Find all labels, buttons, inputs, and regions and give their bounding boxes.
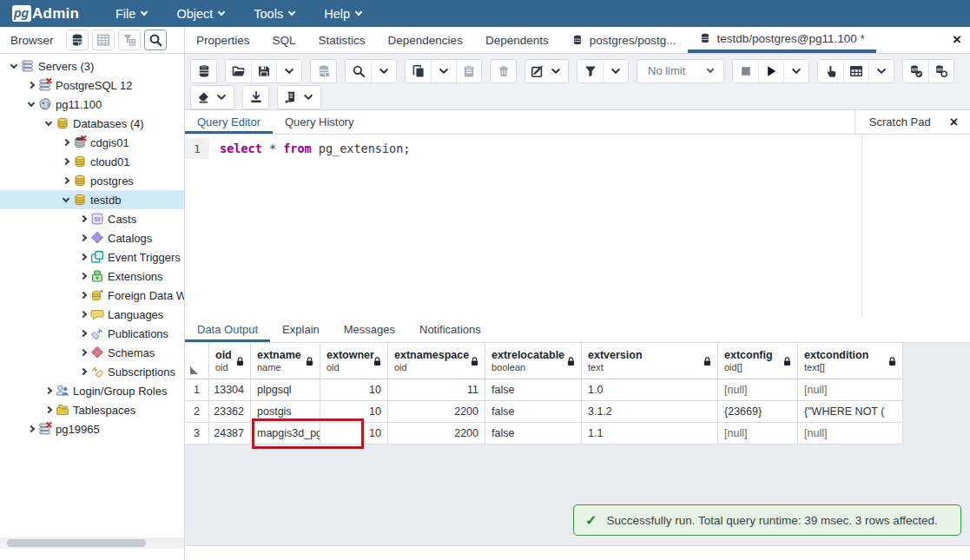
cell-extnamespace[interactable]: 2200 [388, 423, 485, 445]
column-header-oid[interactable]: oidoid [209, 343, 251, 379]
tab-dependencies[interactable]: Dependencies [377, 27, 474, 53]
tab-query-tool-2[interactable]: testdb/postgres@pg11.100 * [688, 27, 876, 53]
chevron-down-icon[interactable] [7, 64, 21, 68]
chevron-right-icon[interactable] [76, 235, 90, 240]
tree-item-languages[interactable]: Languages [0, 305, 184, 324]
chevron-right-icon[interactable] [76, 369, 90, 374]
column-header-extversion[interactable]: extversiontext [582, 343, 718, 379]
chevron-right-icon[interactable] [42, 407, 56, 412]
chevron-right-icon[interactable] [24, 82, 38, 88]
save-data-button[interactable] [311, 60, 336, 82]
sql-code-line[interactable]: select * from pg_extension; [220, 142, 410, 155]
macro-button[interactable] [278, 86, 320, 109]
tree-item-servers-3[interactable]: Servers (3) [0, 56, 184, 76]
tree-item-extensions[interactable]: Extensions [0, 267, 184, 286]
chevron-right-icon[interactable] [59, 178, 73, 183]
commit-button[interactable] [903, 60, 928, 82]
cell-extnamespace[interactable]: 2200 [388, 401, 485, 423]
chevron-right-icon[interactable] [76, 254, 90, 260]
pointer-hand-button[interactable] [818, 60, 843, 82]
chevron-right-icon[interactable] [76, 350, 90, 355]
paste-button[interactable] [456, 60, 481, 82]
column-header-extname[interactable]: extnamename [251, 343, 320, 379]
tree-item-foreign-data-wr[interactable]: Foreign Data Wr [0, 286, 184, 305]
chevron-right-icon[interactable] [76, 312, 90, 317]
tree-item-postgres[interactable]: postgres [0, 171, 184, 190]
cell-extversion[interactable]: 3.1.2 [582, 401, 718, 423]
cell-oid[interactable]: 23362 [209, 401, 251, 423]
scratch-pad-area[interactable] [861, 135, 970, 317]
cell-extrelocatable[interactable]: false [485, 423, 582, 445]
tree-item-pg11-100[interactable]: pg11.100 [0, 95, 184, 114]
cell-oid[interactable]: 24387 [209, 423, 251, 445]
chevron-down-icon[interactable] [42, 122, 56, 125]
menu-help[interactable]: Help [324, 7, 361, 21]
chevron-right-icon[interactable] [42, 388, 56, 393]
object-explorer-button[interactable] [66, 30, 89, 50]
download-button[interactable] [243, 86, 268, 109]
tree-item-postgresql-12[interactable]: PostgreSQL 12 [0, 76, 184, 95]
tabbar-close-icon[interactable]: × [953, 27, 961, 53]
tree-item-pg19965[interactable]: pg19965 [0, 419, 184, 438]
tree-item-testdb[interactable]: testdb [0, 190, 184, 209]
sidebar-hscrollbar[interactable] [0, 537, 184, 549]
chevron-down-button[interactable] [276, 60, 301, 82]
row-limit-select[interactable]: No limit [637, 59, 724, 83]
column-header-extnamespace[interactable]: extnamespaceoid [388, 343, 485, 379]
chevron-right-icon[interactable] [76, 331, 90, 336]
grid-view-button[interactable] [843, 60, 868, 82]
chevron-down-button[interactable] [868, 60, 894, 82]
chevron-down-button[interactable] [371, 60, 396, 82]
column-header-extrelocatable[interactable]: extrelocatableboolean [485, 343, 582, 379]
chevron-down-button[interactable] [431, 60, 456, 82]
cell-extname[interactable]: plpgsql [251, 379, 320, 401]
cell-extrelocatable[interactable]: false [485, 379, 582, 401]
tree-item-subscriptions[interactable]: Subscriptions [0, 362, 184, 381]
tree-item-login-group-roles[interactable]: Login/Group Roles [0, 381, 184, 400]
tab-query-history[interactable]: Query History [273, 110, 366, 134]
tab-statistics[interactable]: Statistics [307, 27, 377, 53]
sql-editor[interactable]: 1 select * from pg_extension; [185, 135, 861, 317]
cell-extowner[interactable]: 10 [320, 379, 388, 401]
column-header-extowner[interactable]: extowneroid [320, 343, 388, 379]
tree-item-catalogs[interactable]: Catalogs [0, 228, 184, 247]
stop-button[interactable] [733, 60, 758, 82]
filter-button[interactable] [118, 30, 141, 50]
cell-oid[interactable]: 13304 [209, 379, 251, 401]
save-button[interactable] [251, 60, 276, 82]
chevron-right-icon[interactable] [76, 216, 90, 221]
tab-explain[interactable]: Explain [270, 317, 332, 342]
tree-item-casts[interactable]: 69Casts [0, 209, 184, 228]
eraser-button[interactable] [191, 86, 234, 109]
tree-item-schemas[interactable]: Schemas [0, 343, 184, 362]
cell-extversion[interactable]: 1.1 [582, 423, 718, 445]
tab-data-output[interactable]: Data Output [185, 317, 270, 342]
scratch-pad-close-icon[interactable]: × [950, 115, 958, 130]
search-button[interactable] [144, 30, 167, 50]
tab-sql[interactable]: SQL [261, 27, 307, 53]
tree-item-databases-4[interactable]: Databases (4) [0, 114, 184, 133]
tab-messages[interactable]: Messages [332, 317, 407, 342]
chevron-down-icon[interactable] [59, 198, 73, 201]
cell-extconfig[interactable]: [null] [718, 423, 798, 445]
menu-file[interactable]: File [115, 7, 147, 21]
row-number-cell[interactable]: 3 [185, 423, 209, 445]
cell-extconfig[interactable]: {23669} [718, 401, 798, 423]
copy-button[interactable] [406, 60, 431, 82]
menu-object[interactable]: Object [176, 7, 224, 21]
cell-extconfig[interactable]: [null] [718, 379, 798, 401]
find-button[interactable] [346, 60, 371, 82]
tree-item-event-triggers[interactable]: Event Triggers [0, 247, 184, 267]
column-header-extcondition[interactable]: extconditiontext[] [798, 343, 903, 379]
row-number-cell[interactable]: 2 [185, 401, 209, 423]
chevron-right-icon[interactable] [76, 273, 90, 279]
cell-extcondition[interactable]: [null] [798, 423, 903, 445]
cell-extcondition[interactable]: [null] [798, 379, 903, 401]
tree-item-cloud01[interactable]: cloud01 [0, 152, 184, 171]
database-connection-button[interactable] [191, 60, 216, 82]
cell-extrelocatable[interactable]: false [485, 401, 582, 423]
tab-query-editor[interactable]: Query Editor [185, 110, 273, 134]
filter-button[interactable] [577, 60, 603, 82]
menu-tools[interactable]: Tools [254, 7, 294, 21]
tab-properties[interactable]: Properties [185, 27, 261, 53]
